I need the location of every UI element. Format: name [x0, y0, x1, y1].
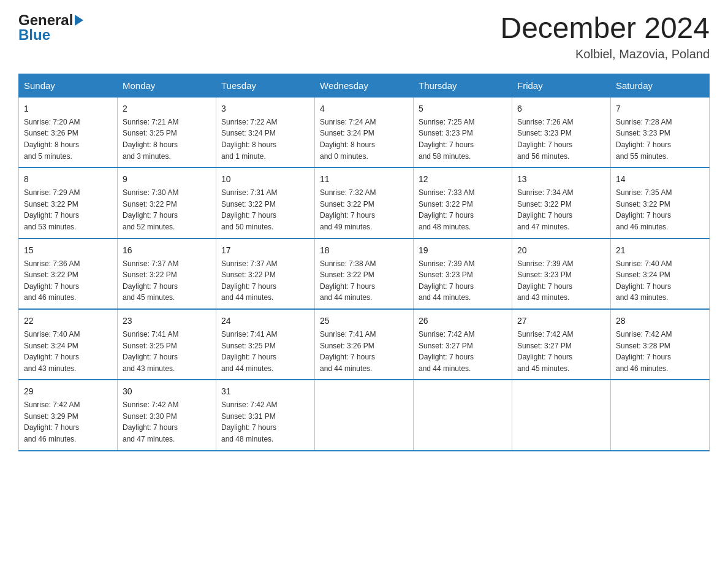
day-cell-31: 31 Sunrise: 7:42 AMSunset: 3:31 PMDaylig…	[216, 380, 315, 450]
day-cell-22: 22 Sunrise: 7:40 AMSunset: 3:24 PMDaylig…	[19, 309, 118, 380]
day-info: Sunrise: 7:21 AMSunset: 3:25 PMDaylight:…	[123, 117, 211, 162]
day-info: Sunrise: 7:31 AMSunset: 3:22 PMDaylight:…	[221, 187, 309, 232]
day-cell-8: 8 Sunrise: 7:29 AMSunset: 3:22 PMDayligh…	[19, 167, 118, 238]
header-tuesday: Tuesday	[216, 74, 315, 97]
page-header: General Blue December 2024 Kolbiel, Mazo…	[18, 12, 710, 61]
week-row-5: 29 Sunrise: 7:42 AMSunset: 3:29 PMDaylig…	[19, 380, 710, 450]
day-cell-19: 19 Sunrise: 7:39 AMSunset: 3:23 PMDaylig…	[414, 239, 512, 309]
day-number: 8	[24, 173, 112, 186]
day-cell-7: 7 Sunrise: 7:28 AMSunset: 3:23 PMDayligh…	[611, 97, 710, 167]
day-number: 13	[517, 173, 605, 186]
day-info: Sunrise: 7:42 AMSunset: 3:28 PMDaylight:…	[616, 329, 704, 374]
day-info: Sunrise: 7:41 AMSunset: 3:26 PMDaylight:…	[320, 329, 408, 374]
day-info: Sunrise: 7:36 AMSunset: 3:22 PMDaylight:…	[24, 258, 112, 304]
day-info: Sunrise: 7:30 AMSunset: 3:22 PMDaylight:…	[123, 187, 211, 232]
day-number: 27	[517, 315, 605, 327]
day-cell-21: 21 Sunrise: 7:40 AMSunset: 3:24 PMDaylig…	[611, 239, 710, 309]
day-number: 6	[517, 102, 605, 115]
day-number: 5	[419, 102, 507, 115]
header-wednesday: Wednesday	[315, 74, 414, 97]
day-info: Sunrise: 7:42 AMSunset: 3:27 PMDaylight:…	[419, 329, 507, 374]
day-info: Sunrise: 7:41 AMSunset: 3:25 PMDaylight:…	[221, 329, 309, 374]
day-cell-30: 30 Sunrise: 7:42 AMSunset: 3:30 PMDaylig…	[118, 380, 216, 450]
day-info: Sunrise: 7:22 AMSunset: 3:24 PMDaylight:…	[221, 117, 309, 162]
day-info: Sunrise: 7:40 AMSunset: 3:24 PMDaylight:…	[616, 258, 704, 304]
logo: General Blue	[18, 12, 83, 44]
day-info: Sunrise: 7:26 AMSunset: 3:23 PMDaylight:…	[517, 117, 605, 162]
calendar-table: SundayMondayTuesdayWednesdayThursdayFrid…	[18, 74, 710, 451]
day-number: 18	[320, 244, 408, 257]
location-text: Kolbiel, Mazovia, Poland	[500, 47, 710, 61]
day-number: 23	[123, 315, 211, 327]
header-monday: Monday	[118, 74, 216, 97]
day-number: 2	[123, 102, 211, 115]
day-cell-12: 12 Sunrise: 7:33 AMSunset: 3:22 PMDaylig…	[414, 167, 512, 238]
day-info: Sunrise: 7:39 AMSunset: 3:23 PMDaylight:…	[419, 258, 507, 304]
day-cell-17: 17 Sunrise: 7:37 AMSunset: 3:22 PMDaylig…	[216, 239, 315, 309]
day-cell-25: 25 Sunrise: 7:41 AMSunset: 3:26 PMDaylig…	[315, 309, 414, 380]
day-info: Sunrise: 7:28 AMSunset: 3:23 PMDaylight:…	[616, 117, 704, 162]
day-cell-26: 26 Sunrise: 7:42 AMSunset: 3:27 PMDaylig…	[414, 309, 512, 380]
logo-blue-text: Blue	[18, 27, 83, 43]
day-info: Sunrise: 7:29 AMSunset: 3:22 PMDaylight:…	[24, 187, 112, 232]
day-cell-2: 2 Sunrise: 7:21 AMSunset: 3:25 PMDayligh…	[118, 97, 216, 167]
day-cell-28: 28 Sunrise: 7:42 AMSunset: 3:28 PMDaylig…	[611, 309, 710, 380]
day-info: Sunrise: 7:20 AMSunset: 3:26 PMDaylight:…	[24, 117, 112, 162]
day-number: 1	[24, 102, 112, 115]
day-cell-4: 4 Sunrise: 7:24 AMSunset: 3:24 PMDayligh…	[315, 97, 414, 167]
week-row-3: 15 Sunrise: 7:36 AMSunset: 3:22 PMDaylig…	[19, 239, 710, 309]
day-number: 20	[517, 244, 605, 257]
day-number: 30	[123, 385, 211, 398]
day-number: 21	[616, 244, 704, 257]
day-number: 25	[320, 315, 408, 327]
day-cell-1: 1 Sunrise: 7:20 AMSunset: 3:26 PMDayligh…	[19, 97, 118, 167]
day-info: Sunrise: 7:24 AMSunset: 3:24 PMDaylight:…	[320, 117, 408, 162]
day-cell-23: 23 Sunrise: 7:41 AMSunset: 3:25 PMDaylig…	[118, 309, 216, 380]
day-number: 15	[24, 244, 112, 257]
day-cell-27: 27 Sunrise: 7:42 AMSunset: 3:27 PMDaylig…	[512, 309, 611, 380]
day-cell-13: 13 Sunrise: 7:34 AMSunset: 3:22 PMDaylig…	[512, 167, 611, 238]
title-block: December 2024 Kolbiel, Mazovia, Poland	[500, 12, 710, 61]
day-number: 24	[221, 315, 309, 327]
day-number: 16	[123, 244, 211, 257]
week-row-2: 8 Sunrise: 7:29 AMSunset: 3:22 PMDayligh…	[19, 167, 710, 238]
header-saturday: Saturday	[611, 74, 710, 97]
day-number: 9	[123, 173, 211, 186]
day-number: 28	[616, 315, 704, 327]
calendar-header-row: SundayMondayTuesdayWednesdayThursdayFrid…	[19, 74, 710, 97]
day-cell-15: 15 Sunrise: 7:36 AMSunset: 3:22 PMDaylig…	[19, 239, 118, 309]
day-cell-29: 29 Sunrise: 7:42 AMSunset: 3:29 PMDaylig…	[19, 380, 118, 450]
day-number: 22	[24, 315, 112, 327]
day-number: 31	[221, 385, 309, 398]
day-cell-6: 6 Sunrise: 7:26 AMSunset: 3:23 PMDayligh…	[512, 97, 611, 167]
day-number: 12	[419, 173, 507, 186]
empty-cell	[414, 380, 512, 450]
empty-cell	[315, 380, 414, 450]
day-cell-9: 9 Sunrise: 7:30 AMSunset: 3:22 PMDayligh…	[118, 167, 216, 238]
header-friday: Friday	[512, 74, 611, 97]
day-info: Sunrise: 7:34 AMSunset: 3:22 PMDaylight:…	[517, 187, 605, 232]
logo-arrow-icon	[75, 15, 83, 26]
header-sunday: Sunday	[19, 74, 118, 97]
day-number: 3	[221, 102, 309, 115]
week-row-4: 22 Sunrise: 7:40 AMSunset: 3:24 PMDaylig…	[19, 309, 710, 380]
day-info: Sunrise: 7:42 AMSunset: 3:29 PMDaylight:…	[24, 399, 112, 445]
day-info: Sunrise: 7:32 AMSunset: 3:22 PMDaylight:…	[320, 187, 408, 232]
day-info: Sunrise: 7:42 AMSunset: 3:31 PMDaylight:…	[221, 399, 309, 445]
header-thursday: Thursday	[414, 74, 512, 97]
day-info: Sunrise: 7:42 AMSunset: 3:27 PMDaylight:…	[517, 329, 605, 374]
month-title: December 2024	[500, 12, 710, 45]
day-number: 17	[221, 244, 309, 257]
day-number: 4	[320, 102, 408, 115]
day-cell-18: 18 Sunrise: 7:38 AMSunset: 3:22 PMDaylig…	[315, 239, 414, 309]
day-info: Sunrise: 7:41 AMSunset: 3:25 PMDaylight:…	[123, 329, 211, 374]
day-info: Sunrise: 7:39 AMSunset: 3:23 PMDaylight:…	[517, 258, 605, 304]
day-cell-20: 20 Sunrise: 7:39 AMSunset: 3:23 PMDaylig…	[512, 239, 611, 309]
day-info: Sunrise: 7:37 AMSunset: 3:22 PMDaylight:…	[123, 258, 211, 304]
day-info: Sunrise: 7:35 AMSunset: 3:22 PMDaylight:…	[616, 187, 704, 232]
day-cell-10: 10 Sunrise: 7:31 AMSunset: 3:22 PMDaylig…	[216, 167, 315, 238]
day-cell-3: 3 Sunrise: 7:22 AMSunset: 3:24 PMDayligh…	[216, 97, 315, 167]
day-number: 29	[24, 385, 112, 398]
day-cell-11: 11 Sunrise: 7:32 AMSunset: 3:22 PMDaylig…	[315, 167, 414, 238]
day-info: Sunrise: 7:40 AMSunset: 3:24 PMDaylight:…	[24, 329, 112, 374]
